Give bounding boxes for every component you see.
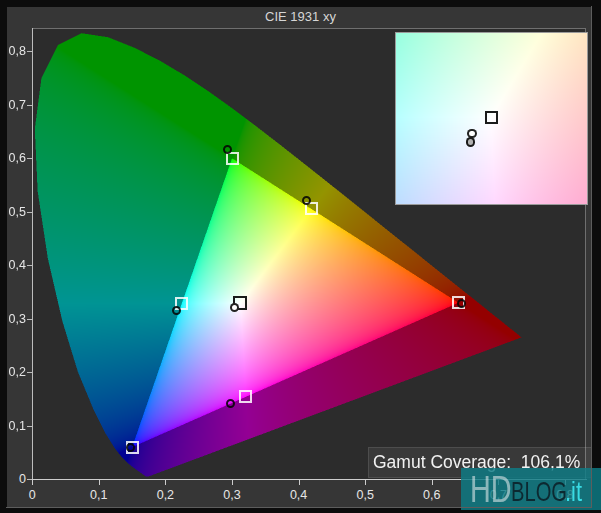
x-tick-label-3: 0,3 (212, 488, 252, 502)
watermark-it: .it (565, 478, 582, 506)
x-tick-label-6: 0,6 (412, 488, 452, 502)
x-tick-3 (232, 480, 233, 485)
x-tick-label-5: 0,5 (345, 488, 385, 502)
watermark-blog: BLOG (511, 478, 567, 506)
x-tick-label-2: 0,2 (145, 488, 185, 502)
cyan-measured-marker (172, 306, 181, 315)
y-tick-1 (27, 426, 32, 427)
y-tick-label-7: 0,7 (0, 98, 26, 112)
green-target-marker (226, 152, 239, 165)
y-tick-label-4: 0,4 (0, 258, 26, 272)
y-tick-8 (27, 51, 32, 52)
y-tick-label-1: 0,1 (0, 419, 26, 433)
y-tick-label-3: 0,3 (0, 312, 26, 326)
white-measured-marker (230, 303, 239, 312)
x-tick-2 (165, 480, 166, 485)
x-tick-6 (432, 480, 433, 485)
green-measured-marker (223, 145, 232, 154)
x-tick-label-1: 0,1 (79, 488, 119, 502)
y-tick-5 (27, 212, 32, 213)
x-tick-5 (365, 480, 366, 485)
watermark-text: HDBLOG.it (461, 468, 601, 510)
y-tick-2 (27, 372, 32, 373)
white-point-inset (395, 32, 588, 205)
magenta-target-marker (239, 390, 252, 403)
y-tick-0 (27, 479, 32, 480)
blue-measured-marker (126, 443, 135, 452)
y-tick-label-8: 0,8 (0, 44, 26, 58)
x-tick-0 (32, 480, 33, 485)
x-tick-1 (99, 480, 100, 485)
y-tick-3 (27, 319, 32, 320)
y-tick-7 (27, 105, 32, 106)
inset-white-measured-2-marker (466, 137, 476, 147)
red-measured-marker (457, 299, 466, 308)
y-axis-line (32, 28, 33, 480)
cie-chart-window: CIE 1931 xy 00,10,20,30,40,50,60,70,8 00… (0, 0, 601, 513)
y-tick-label-2: 0,2 (0, 365, 26, 379)
chart-title: CIE 1931 xy (0, 6, 601, 27)
y-tick-label-5: 0,5 (0, 205, 26, 219)
y-tick-label-6: 0,6 (0, 151, 26, 165)
inset-white-target-marker (485, 111, 498, 124)
watermark-hd: HD (470, 472, 512, 508)
x-tick-label-4: 0,4 (279, 488, 319, 502)
x-tick-label-0: 0 (12, 488, 52, 502)
y-tick-4 (27, 265, 32, 266)
watermark: HDBLOG.it (461, 468, 601, 510)
y-tick-label-0: 0 (0, 472, 26, 486)
y-tick-6 (27, 158, 32, 159)
x-tick-4 (299, 480, 300, 485)
